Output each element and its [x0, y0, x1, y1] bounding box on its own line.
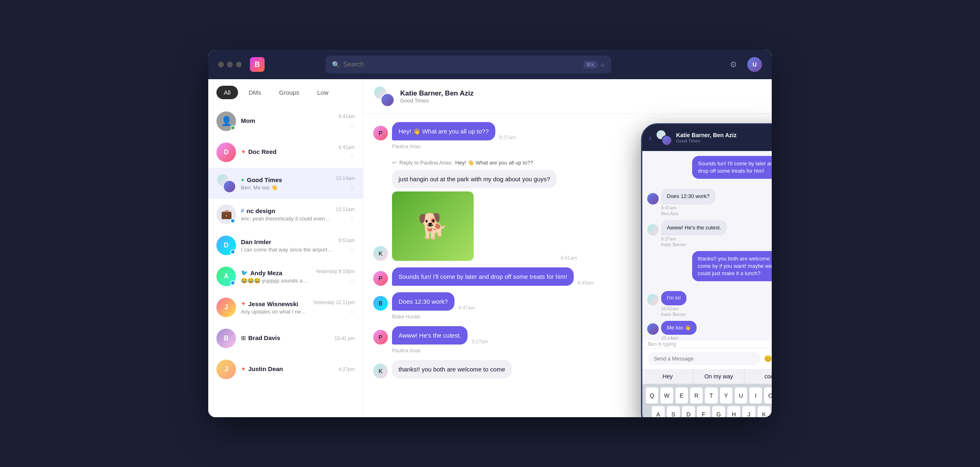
star-icon[interactable]: ☆ [349, 153, 355, 160]
suggestion-hey[interactable]: Hey [642, 369, 693, 384]
message-time: 10:02am [647, 306, 679, 311]
suggestion-on-my-way[interactable]: On my way [693, 369, 744, 384]
conv-time: 4:27pm [339, 367, 355, 372]
conv-info: ⊞ Brad Davis [241, 334, 330, 342]
list-item[interactable]: D ✦ Doc Reed 6:41am ☆ [208, 137, 363, 168]
conv-info: # nc design eric: yeah theoretically it … [241, 207, 331, 222]
traffic-light-close[interactable] [218, 62, 224, 67]
conv-preview: Any updates on what I need for The Gen..… [241, 309, 308, 315]
phone-messages: Sounds fun! I'll come by later and drop … [642, 151, 772, 340]
conv-time: 6:41am [339, 145, 355, 150]
list-item[interactable]: D Dan Irmler I can come that way since t… [208, 230, 363, 261]
avatar: K [373, 364, 388, 378]
key-a[interactable]: A [652, 406, 665, 417]
star-icon[interactable]: ☆ [349, 246, 355, 254]
phone-mockup: ‹ Katie Barner, Ben Aziz Good Times ≡ So… [641, 123, 772, 417]
key-u[interactable]: U [735, 387, 747, 404]
list-item[interactable]: ● Good Times Ben: Me too 👋 10:14am ☆ [208, 168, 363, 199]
list-item: Me too 👋 [661, 321, 697, 335]
key-i[interactable]: I [749, 387, 762, 404]
conv-time: 10:41 pm [334, 336, 355, 341]
phone-suggestions: Hey On my way cool [642, 369, 772, 384]
key-o[interactable]: O [764, 387, 772, 404]
chat-header: Katie Barner, Ben Aziz Good Times [363, 79, 772, 114]
key-t[interactable]: T [705, 387, 717, 404]
conv-name: Dan Irmler [241, 238, 334, 245]
user-avatar[interactable]: U [747, 57, 762, 72]
tab-dms[interactable]: DMs [241, 86, 269, 99]
key-e[interactable]: E [675, 387, 688, 404]
avatar: D [216, 236, 236, 255]
search-bar[interactable]: 🔍 ⌘K ⌕ [325, 56, 611, 73]
message-time: 8:27am [499, 135, 516, 140]
avatar: 💼 [216, 205, 236, 224]
conv-preview: Ben: Me too 👋 [241, 185, 331, 191]
conv-info: ✦ Jesse Wisnewski Any updates on what I … [241, 300, 308, 315]
message-time: 8:47am [647, 205, 676, 210]
search-shortcut: ⌘K [584, 61, 597, 69]
search-magnifier-icon: ⌕ [601, 61, 605, 68]
list-item[interactable]: J ✦ Jesse Wisnewski Any updates on what … [208, 292, 363, 323]
conv-preview: 😂😂😂 yupppp sounds about right! [241, 278, 311, 284]
star-icon[interactable]: ☆ [349, 277, 355, 285]
search-input[interactable] [343, 61, 580, 68]
list-item[interactable]: J ✦ Justin Dean 4:27pm [208, 354, 363, 385]
status-dot-blue [230, 280, 235, 285]
list-item[interactable]: A 🐦 Andy Meza 😂😂😂 yupppp sounds about ri… [208, 261, 363, 292]
key-r[interactable]: R [690, 387, 703, 404]
tab-groups[interactable]: Groups [272, 86, 307, 99]
star-icon[interactable]: ☆ [349, 184, 355, 191]
status-dot-blue [230, 218, 235, 223]
avatar [216, 173, 236, 193]
star-icon[interactable]: ☆ [349, 122, 355, 129]
key-g[interactable]: G [712, 406, 725, 417]
star-icon[interactable]: ☆ [349, 215, 355, 222]
key-q[interactable]: Q [646, 387, 658, 404]
reply-arrow-icon: ↩ [392, 159, 397, 166]
message-sender: Ben Aziz [647, 211, 679, 216]
conv-meta: 4:27pm [339, 367, 355, 372]
list-item: thanks!! you both are welcome to come by… [692, 251, 772, 282]
key-f[interactable]: F [697, 406, 710, 417]
message-bubble: Sounds fun! I'll come by later and drop … [392, 267, 574, 286]
traffic-lights [218, 62, 242, 67]
traffic-light-maximize[interactable] [236, 62, 242, 67]
traffic-light-minimize[interactable] [227, 62, 233, 67]
tab-all[interactable]: All [216, 86, 238, 99]
key-y[interactable]: Y [720, 387, 733, 404]
back-button[interactable]: ‹ [649, 133, 652, 142]
conv-info: 🐦 Andy Meza 😂😂😂 yupppp sounds about righ… [241, 269, 311, 284]
settings-button[interactable]: ⚙ [726, 57, 741, 72]
msg-row: Me too 👋 [647, 321, 697, 335]
conv-name: # nc design [241, 207, 331, 214]
suggestion-cool[interactable]: cool [744, 369, 772, 384]
key-h[interactable]: H [727, 406, 740, 417]
list-item[interactable]: B ⊞ Brad Davis 10:41 pm [208, 323, 363, 354]
phone-message-input[interactable] [648, 352, 761, 365]
avatar: K [373, 246, 388, 261]
key-j[interactable]: J [742, 406, 755, 417]
status-dot-green [230, 125, 235, 130]
key-k[interactable]: K [757, 406, 771, 417]
conv-meta: Yesterday 9:10pm ☆ [316, 269, 355, 285]
key-d[interactable]: D [682, 406, 695, 417]
key-s[interactable]: S [667, 406, 680, 417]
list-item[interactable]: 👤 Mom 6:41am ☆ [208, 106, 363, 137]
conv-preview: eric: yeah theoretically it could even s… [241, 216, 331, 222]
message-bubble: just hangin out at the park with my dog … [392, 170, 557, 188]
list-item: Sounds fun! I'll come by later and drop … [692, 156, 772, 179]
conv-name: ⊞ Brad Davis [241, 334, 330, 341]
tab-low[interactable]: Low [310, 86, 336, 99]
conv-meta: 6:51am ☆ [339, 238, 355, 254]
phone-avatar [656, 129, 672, 146]
message-bubble: thanks!! you both are welcome to come [392, 360, 512, 378]
conv-name: ✦ Doc Reed [241, 148, 334, 155]
list-item[interactable]: 💼 # nc design eric: yeah theoretically i… [208, 199, 363, 230]
conv-info: ✦ Doc Reed [241, 148, 334, 156]
avatar: 👤 [216, 111, 236, 131]
list-item: Awww! He's the cutest. [661, 220, 727, 236]
key-w[interactable]: W [660, 387, 673, 404]
avatar: B [216, 329, 236, 348]
emoji-icon[interactable]: 😊 [764, 355, 772, 362]
star-icon[interactable]: ☆ [349, 308, 355, 316]
